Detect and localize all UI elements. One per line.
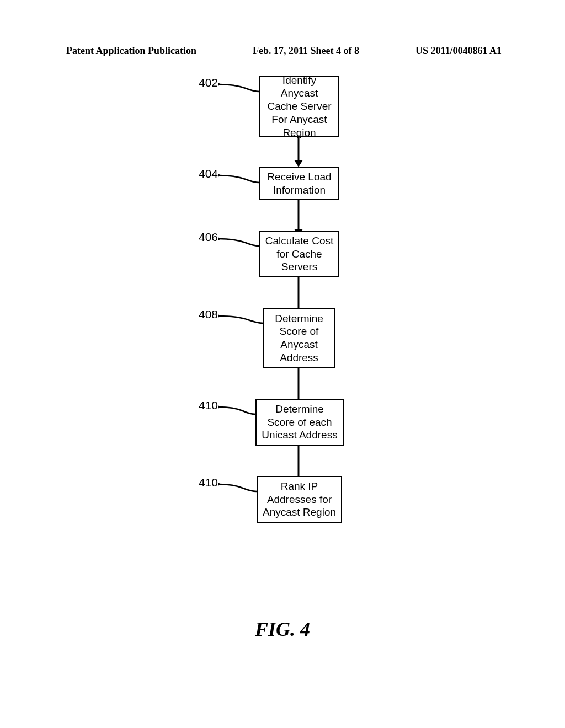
step-reference-label: 404 [190,167,218,180]
header-patent-number: US 2011/0040861 A1 [415,45,502,57]
step-box: Receive Load Information [259,167,339,200]
flowchart-step: 410 Rank IP Addresses for Anycast Region [190,476,383,523]
flowchart-diagram: 402 Identify Anycast Cache Server For An… [190,76,383,553]
reference-connector [218,231,259,248]
flow-arrow [290,137,307,167]
flowchart-step: 402 Identify Anycast Cache Server For An… [190,76,383,137]
step-reference-label: 410 [190,476,218,489]
header-date-sheet: Feb. 17, 2011 Sheet 4 of 8 [253,45,359,57]
svg-marker-2 [294,160,303,167]
reference-connector [218,476,257,494]
figure-caption: FIG. 4 [0,618,565,641]
step-reference-label: 402 [190,76,218,89]
step-reference-label: 410 [190,399,218,412]
flowchart-step: 404 Receive Load Information [190,167,383,200]
reference-connector [218,167,259,185]
page-header: Patent Application Publication Feb. 17, … [0,45,565,57]
reference-connector [218,308,263,325]
step-box: Determine Score of Anycast Address [263,308,335,368]
reference-connector [218,76,259,94]
step-box: Identify Anycast Cache Server For Anycas… [259,76,339,137]
flowchart-step: 408 Determine Score of Anycast Address [190,308,383,368]
step-box: Calculate Cost for Cache Servers [259,231,339,277]
svg-marker-15 [218,483,221,486]
step-reference-label: 406 [190,231,218,244]
step-reference-label: 408 [190,308,218,321]
flowchart-step: 406 Calculate Cost for Cache Servers [190,231,383,277]
reference-connector [218,399,255,416]
flowchart-step: 410 Determine Score of each Unicast Addr… [190,399,383,446]
step-box: Rank IP Addresses for Anycast Region [257,476,342,523]
svg-marker-0 [218,83,221,86]
svg-marker-3 [218,174,221,177]
svg-marker-9 [218,314,221,318]
step-box: Determine Score of each Unicast Address [255,399,344,446]
svg-marker-6 [218,237,221,240]
svg-marker-12 [218,405,221,409]
header-publication: Patent Application Publication [66,45,196,57]
